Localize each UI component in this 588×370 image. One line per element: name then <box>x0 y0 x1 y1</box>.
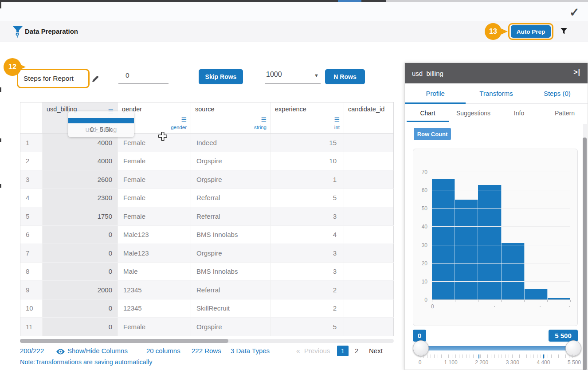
table-row[interactable]: 9 2000 12345 Referral 2 <box>20 281 393 299</box>
cell-candidate-id[interactable] <box>344 244 394 263</box>
cell-usd-billing[interactable]: 0 <box>43 226 118 244</box>
cell-gender[interactable]: Female <box>118 170 191 189</box>
row-number-cell[interactable]: 2 <box>20 152 43 171</box>
row-number-cell[interactable]: 8 <box>20 263 43 281</box>
pagination-page-1[interactable]: 1 <box>337 346 349 356</box>
show-hide-columns-link[interactable]: Show/Hide Columns <box>67 347 128 354</box>
cell-source[interactable]: Orgspire <box>191 244 271 263</box>
cell-gender[interactable]: Male123 <box>118 226 191 244</box>
subtab-info[interactable]: Info <box>496 104 542 122</box>
cell-usd-billing[interactable]: 2300 <box>43 189 118 208</box>
edit-pencil-icon[interactable] <box>92 75 99 84</box>
cell-source[interactable]: SkillRecruit <box>191 299 271 318</box>
skip-rows-button[interactable]: Skip Rows <box>199 69 243 84</box>
cell-candidate-id[interactable] <box>344 189 394 208</box>
cell-experience[interactable]: 10 <box>271 152 344 171</box>
cell-experience[interactable]: 3 <box>271 263 344 281</box>
cell-usd-billing[interactable]: 1750 <box>43 207 118 226</box>
cell-gender[interactable]: Female <box>118 189 191 208</box>
n-rows-select[interactable]: 1000 ▼ <box>265 69 321 84</box>
cell-candidate-id[interactable] <box>344 281 394 299</box>
confirm-check-icon[interactable]: ✓ <box>569 5 580 20</box>
collapse-panel-icon[interactable]: >| <box>573 68 580 76</box>
cell-gender[interactable]: Female <box>118 318 191 336</box>
subtab-suggestions[interactable]: Suggestions <box>451 104 496 122</box>
row-number-cell[interactable]: 1 <box>20 134 43 152</box>
column-menu-icon[interactable]: ☰ <box>181 117 187 123</box>
cell-experience[interactable]: 1 <box>271 170 344 189</box>
cell-usd-billing[interactable]: 4000 <box>43 152 118 171</box>
row-number-cell[interactable]: 3 <box>20 170 43 189</box>
pagination-previous[interactable]: Previous <box>304 347 330 354</box>
pagination-first-icon[interactable]: « <box>296 347 300 354</box>
column-header-source[interactable]: source ☰ string <box>191 102 271 133</box>
row-number-cell[interactable]: 6 <box>20 226 43 244</box>
row-number-cell[interactable]: 4 <box>20 189 43 208</box>
table-horizontal-scrollbar[interactable] <box>20 339 394 343</box>
cell-source[interactable]: Referral <box>191 207 271 226</box>
row-number-cell[interactable]: 5 <box>20 207 43 226</box>
cell-experience[interactable]: 2 <box>271 299 344 318</box>
cell-gender[interactable]: Male <box>118 263 191 281</box>
cell-gender[interactable]: 12345 <box>118 299 191 318</box>
table-row[interactable]: 11 0 Female Orgspire 5 <box>20 318 393 336</box>
table-row[interactable]: 3 2600 Female Orgspire 1 <box>20 170 393 189</box>
cell-usd-billing[interactable]: 2000 <box>43 281 118 299</box>
cell-candidate-id[interactable] <box>344 299 394 318</box>
cell-candidate-id[interactable] <box>344 134 394 152</box>
slider-handle-min[interactable] <box>413 340 429 356</box>
column-header-experience[interactable]: experience ☰ int <box>271 102 344 133</box>
cell-experience[interactable]: 5 <box>271 318 344 336</box>
cell-candidate-id[interactable] <box>344 318 394 336</box>
cell-candidate-id[interactable] <box>344 207 394 226</box>
cell-candidate-id[interactable] <box>344 170 394 189</box>
cell-gender[interactable]: Male123 <box>118 244 191 263</box>
tab-profile[interactable]: Profile <box>405 83 466 103</box>
column-header-usd-billing[interactable]: usd_billing ☰ int usd_billing 0 - 5.5k <box>43 102 118 133</box>
slider-handle-max[interactable] <box>565 340 581 356</box>
cell-source[interactable]: Referral <box>191 281 271 299</box>
row-count-button[interactable]: Row Count <box>414 128 451 140</box>
row-number-cell[interactable]: 9 <box>20 281 43 299</box>
tab-transforms[interactable]: Transforms <box>466 83 526 103</box>
cell-experience[interactable]: 3 <box>271 207 344 226</box>
table-row[interactable]: 10 0 12345 SkillRecruit 2 <box>20 299 393 318</box>
cell-usd-billing[interactable]: 0 <box>43 244 118 263</box>
cell-experience[interactable]: 2 <box>271 281 344 299</box>
pagination-page-2[interactable]: 2 <box>355 347 358 354</box>
table-row[interactable]: 8 0 Male BMS Innolabs 3 <box>20 263 393 281</box>
cell-source[interactable]: Referral <box>191 189 271 208</box>
eye-icon[interactable] <box>56 348 65 357</box>
cell-gender[interactable]: Female <box>118 152 191 171</box>
steps-for-report-title[interactable]: Steps for Report <box>17 69 90 88</box>
scrollbar-thumb[interactable] <box>583 138 587 370</box>
cell-experience[interactable]: 4 <box>271 226 344 244</box>
table-row[interactable]: 6 0 Male123 BMS Innolabs 4 <box>20 226 393 244</box>
cell-experience[interactable]: 5 <box>271 189 344 208</box>
cell-gender[interactable]: 12345 <box>118 281 191 299</box>
cell-usd-billing[interactable]: 2600 <box>43 170 118 189</box>
cell-usd-billing[interactable]: 0 <box>43 263 118 281</box>
cell-experience[interactable]: 3 <box>271 244 344 263</box>
cell-source[interactable]: BMS Innolabs <box>191 263 271 281</box>
range-slider-track[interactable] <box>420 346 574 350</box>
table-row[interactable]: 7 0 Male123 Orgspire 3 <box>20 244 393 263</box>
column-menu-icon[interactable]: ☰ <box>261 117 267 123</box>
column-header-candidate-id[interactable]: candidate_id <box>344 102 394 133</box>
cell-usd-billing[interactable]: 0 <box>43 318 118 336</box>
cell-experience[interactable]: 15 <box>271 134 344 152</box>
skip-rows-input[interactable]: 0 <box>118 70 169 84</box>
cell-source[interactable]: Indeed <box>191 134 271 152</box>
subtab-pattern[interactable]: Pattern <box>542 104 588 122</box>
cell-source[interactable]: Orgspire <box>191 170 271 189</box>
subtab-chart[interactable]: Chart <box>405 104 451 122</box>
row-number-cell[interactable]: 10 <box>20 299 43 318</box>
table-row[interactable]: 4 2300 Female Referral 5 <box>20 189 393 208</box>
cell-gender[interactable]: Female <box>118 207 191 226</box>
cell-source[interactable]: BMS Innolabs <box>191 226 271 244</box>
pagination-next[interactable]: Next <box>369 347 383 354</box>
cell-source[interactable]: Orgspire <box>191 318 271 336</box>
cell-candidate-id[interactable] <box>344 152 394 171</box>
scrollbar-thumb[interactable] <box>20 339 228 343</box>
filter-icon[interactable] <box>560 27 568 37</box>
